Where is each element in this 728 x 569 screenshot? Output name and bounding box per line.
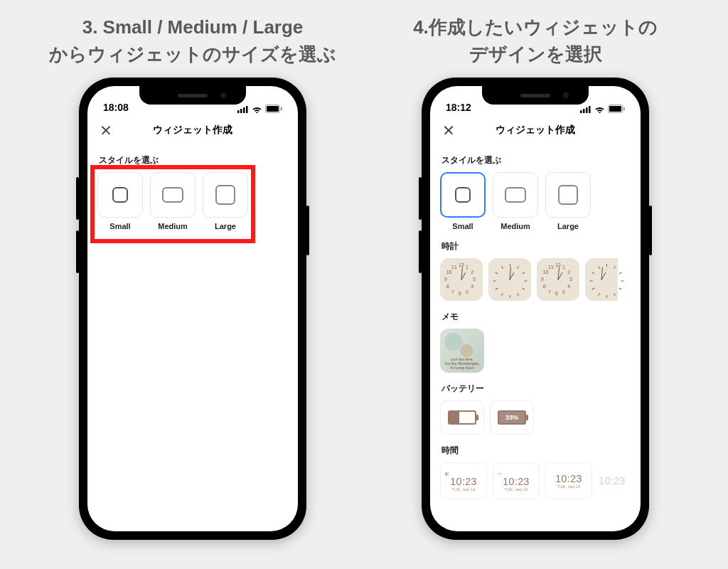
svg-rect-9	[586, 107, 588, 113]
section-memo-title: メモ	[441, 311, 629, 323]
section-memo: メモ your text here. You like Michelangelo…	[440, 311, 631, 373]
screen-content-right[interactable]: スタイルを選ぶ Small Medium Large 時計 1212345678…	[430, 146, 641, 531]
memo-widget-row[interactable]: your text here. You like Michelangelo, I…	[440, 329, 631, 373]
step-3-caption: 3. Small / Medium / Large からウィジェットのサイズを選…	[49, 14, 336, 68]
battery-widget-row[interactable]: 33%	[440, 400, 631, 435]
mini-battery-icon: ▭	[498, 471, 502, 476]
notch	[139, 86, 246, 105]
status-time: 18:12	[446, 102, 471, 113]
section-clock-title: 時計	[441, 240, 629, 252]
close-icon[interactable]	[99, 123, 113, 137]
svg-rect-2	[243, 107, 245, 113]
time-date: TUE, sep.12	[557, 484, 580, 489]
clock-widget-row[interactable]: 121234567891011 121234567891011	[440, 258, 631, 301]
battery-widget-percent[interactable]: 33%	[490, 400, 534, 435]
phone-screen-left: 18:08 ウィジェット作成 スタイルを選ぶ	[87, 86, 298, 531]
style-size-labels: Small Medium Large	[97, 222, 288, 230]
screen-title: ウィジェット作成	[153, 124, 232, 137]
step-3-column: 3. Small / Medium / Large からウィジェットのサイズを選…	[26, 14, 360, 555]
clock-widget-1[interactable]: 121234567891011	[440, 258, 483, 301]
style-card-large[interactable]	[545, 172, 591, 218]
section-time-title: 時間	[441, 445, 629, 457]
clock-widget-4[interactable]	[585, 258, 618, 301]
battery-percent-label: 33%	[499, 412, 525, 423]
time-widget-3[interactable]: 10:23 TUE, sep.12	[545, 462, 592, 499]
label-medium: Medium	[150, 222, 196, 230]
wifi-icon	[594, 105, 605, 113]
style-card-medium[interactable]	[493, 172, 538, 218]
status-time: 18:08	[103, 102, 129, 113]
time-value: 10:23	[450, 476, 477, 487]
section-time: 時間 ▮▯ 10:23 TUE, sep.12 ▭ 10:23 TUE, sep…	[440, 445, 631, 499]
mini-battery-icon: ▮▯	[445, 471, 449, 476]
clock-widget-3[interactable]: 121234567891011	[537, 258, 579, 301]
style-card-large[interactable]	[203, 172, 248, 218]
svg-rect-0	[237, 110, 240, 113]
nav-header: ウィジェット作成	[87, 115, 298, 146]
style-card-small[interactable]	[97, 172, 143, 218]
close-icon[interactable]	[441, 123, 456, 137]
notch	[482, 86, 589, 105]
label-small: Small	[440, 222, 486, 230]
svg-rect-10	[589, 106, 591, 113]
battery-icon	[608, 105, 625, 113]
time-date: TUE, sep.12	[504, 487, 528, 491]
time-value: 10:23	[599, 475, 626, 486]
memo-widget-1[interactable]: your text here. You like Michelangelo, I…	[440, 329, 484, 373]
step-4-caption: 4.作成したいウィジェットの デザインを選択	[413, 14, 658, 68]
label-small: Small	[97, 222, 143, 230]
battery-icon	[265, 105, 282, 113]
style-size-labels: Small Medium Large	[440, 222, 631, 230]
svg-rect-5	[267, 106, 279, 112]
style-size-row	[97, 172, 288, 218]
time-value: 10:23	[503, 476, 530, 487]
section-style-title: スタイルを選ぶ	[441, 154, 629, 166]
svg-rect-7	[580, 110, 582, 113]
cellular-icon	[580, 105, 592, 113]
wifi-icon	[252, 105, 262, 113]
time-widget-1[interactable]: ▮▯ 10:23 TUE, sep.12	[440, 462, 487, 499]
time-value: 10:23	[555, 473, 582, 484]
memo-line-3: I'm loving Kiton.	[443, 366, 481, 370]
label-medium: Medium	[493, 222, 538, 230]
style-card-small[interactable]	[440, 172, 486, 218]
phone-frame-left: 18:08 ウィジェット作成 スタイルを選ぶ	[79, 78, 306, 540]
style-size-row	[440, 172, 631, 218]
section-clock: 時計 121234567891011 121234567891011	[440, 240, 631, 301]
time-widget-2[interactable]: ▭ 10:23 TUE, sep.12	[493, 462, 540, 499]
cellular-icon	[237, 105, 249, 113]
phone-screen-right: 18:12 ウィジェット作成 スタイルを選ぶ	[430, 86, 641, 531]
time-widget-row[interactable]: ▮▯ 10:23 TUE, sep.12 ▭ 10:23 TUE, sep.12…	[440, 462, 631, 499]
step-4-column: 4.作成したいウィジェットの デザインを選択 18:12	[368, 14, 702, 555]
screen-title: ウィジェット作成	[496, 124, 575, 137]
section-battery-title: バッテリー	[441, 383, 629, 395]
svg-rect-3	[246, 106, 248, 113]
phone-frame-right: 18:12 ウィジェット作成 スタイルを選ぶ	[422, 78, 649, 540]
label-large: Large	[203, 222, 248, 230]
clock-widget-2[interactable]	[488, 258, 531, 301]
battery-widget-bar[interactable]	[440, 400, 484, 435]
svg-rect-1	[240, 109, 242, 113]
time-widget-4[interactable]: 10:23	[598, 462, 626, 499]
svg-rect-13	[623, 107, 625, 111]
screen-content-left: スタイルを選ぶ Small Medium Large	[87, 146, 298, 531]
section-battery: バッテリー 33%	[440, 383, 631, 435]
svg-rect-8	[583, 109, 585, 113]
section-style-title: スタイルを選ぶ	[99, 154, 287, 166]
svg-rect-6	[281, 107, 282, 111]
nav-header: ウィジェット作成	[430, 115, 641, 146]
style-card-medium[interactable]	[150, 172, 196, 218]
svg-rect-12	[609, 106, 621, 112]
label-large: Large	[545, 222, 591, 230]
time-date: TUE, sep.12	[451, 487, 475, 491]
